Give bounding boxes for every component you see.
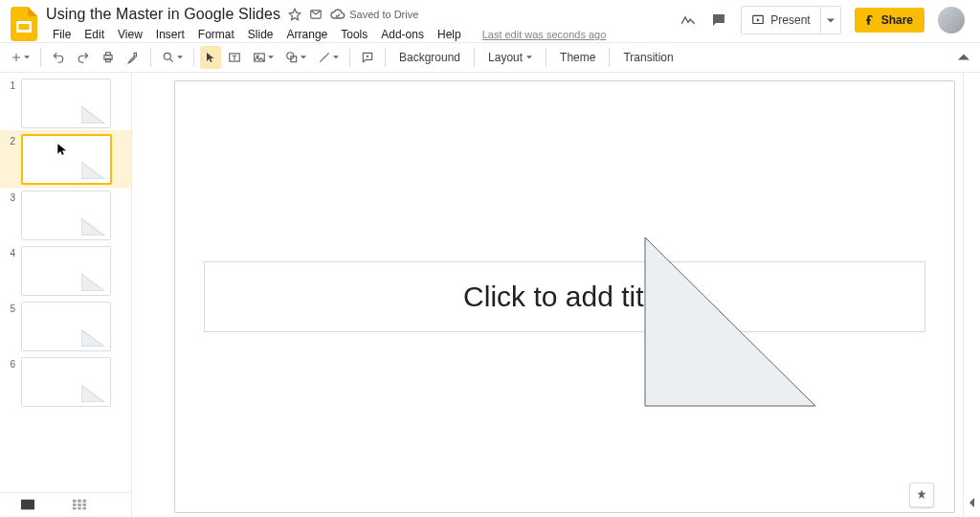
select-tool[interactable] xyxy=(200,46,221,69)
menu-slide[interactable]: Slide xyxy=(241,25,280,44)
menu-file[interactable]: File xyxy=(46,25,78,44)
image-tool[interactable] xyxy=(248,46,278,69)
svg-rect-13 xyxy=(21,499,34,509)
svg-rect-14 xyxy=(73,499,77,502)
title-placeholder[interactable]: Click to add title xyxy=(204,261,925,332)
textbox-tool[interactable] xyxy=(223,46,246,69)
slide-canvas[interactable]: Click to add title xyxy=(174,80,955,513)
menu-bar: File Edit View Insert Format Slide Arran… xyxy=(46,25,612,44)
redo-button[interactable] xyxy=(72,46,95,69)
cloud-saved-icon[interactable]: Saved to Drive xyxy=(330,8,418,21)
theme-button[interactable]: Theme xyxy=(552,46,603,69)
share-button[interactable]: Share xyxy=(855,8,924,33)
background-button[interactable]: Background xyxy=(391,46,468,69)
undo-button[interactable] xyxy=(47,46,70,69)
grid-view-button[interactable] xyxy=(73,497,86,514)
svg-rect-22 xyxy=(83,506,87,508)
shape-tool[interactable] xyxy=(280,46,311,69)
svg-rect-17 xyxy=(73,503,77,506)
svg-rect-20 xyxy=(73,506,77,508)
menu-arrange[interactable]: Arrange xyxy=(280,25,335,44)
present-label: Present xyxy=(770,13,810,27)
menu-help[interactable]: Help xyxy=(431,25,468,44)
svg-rect-1 xyxy=(19,24,30,30)
doc-title[interactable]: Using the Master in Google Slides xyxy=(46,6,280,23)
star-icon[interactable] xyxy=(288,8,301,21)
print-button[interactable] xyxy=(97,46,120,69)
slide-thumbnail-6[interactable] xyxy=(21,357,111,407)
comments-icon[interactable] xyxy=(710,11,727,29)
thumb-number: 5 xyxy=(0,302,21,314)
paint-format-button[interactable] xyxy=(122,46,145,69)
collapse-toolbar-button[interactable] xyxy=(953,46,974,69)
expand-side-panel-button[interactable] xyxy=(968,494,977,511)
account-avatar[interactable] xyxy=(938,7,965,34)
activity-icon[interactable] xyxy=(679,11,697,29)
thumb-number: 3 xyxy=(0,191,21,203)
svg-rect-16 xyxy=(83,499,87,502)
thumb-number: 6 xyxy=(0,357,21,370)
slide-thumbnail-4[interactable] xyxy=(21,246,111,296)
thumb-number: 2 xyxy=(0,134,21,146)
slide-thumbnail-5[interactable] xyxy=(21,302,111,351)
comment-tool[interactable] xyxy=(356,46,379,69)
line-tool[interactable] xyxy=(313,46,344,69)
present-button[interactable]: Present xyxy=(741,6,820,34)
svg-rect-19 xyxy=(83,503,87,506)
menu-addons[interactable]: Add-ons xyxy=(374,25,431,44)
share-label: Share xyxy=(881,13,913,27)
filmstrip-view-button[interactable] xyxy=(21,497,34,514)
thumb-number: 4 xyxy=(0,246,21,258)
transition-button[interactable]: Transition xyxy=(615,46,680,69)
explore-button[interactable] xyxy=(909,483,934,507)
menu-view[interactable]: View xyxy=(111,25,149,44)
filmstrip: 1 2 3 xyxy=(0,73,132,517)
thumb-number: 1 xyxy=(0,79,21,91)
zoom-button[interactable] xyxy=(157,46,188,69)
svg-point-7 xyxy=(164,53,170,59)
slides-app-icon[interactable] xyxy=(6,6,42,42)
slide-thumbnail-3[interactable] xyxy=(21,191,111,240)
svg-rect-15 xyxy=(78,499,81,502)
slide-thumbnail-1[interactable] xyxy=(21,79,111,128)
saved-to-drive-text: Saved to Drive xyxy=(349,9,418,20)
svg-rect-18 xyxy=(78,503,81,506)
slide-thumbnail-2[interactable] xyxy=(21,134,112,185)
menu-edit[interactable]: Edit xyxy=(78,25,111,44)
new-slide-button[interactable] xyxy=(6,46,34,69)
last-edit-link[interactable]: Last edit was seconds ago xyxy=(476,26,613,43)
layout-button[interactable]: Layout xyxy=(480,46,540,69)
menu-insert[interactable]: Insert xyxy=(149,25,191,44)
svg-rect-21 xyxy=(78,506,81,508)
svg-rect-5 xyxy=(106,53,111,56)
master-triangle-shape[interactable] xyxy=(644,236,816,407)
move-icon[interactable] xyxy=(309,8,323,21)
menu-tools[interactable]: Tools xyxy=(334,25,374,44)
menu-format[interactable]: Format xyxy=(191,25,241,44)
present-dropdown[interactable] xyxy=(821,6,841,34)
